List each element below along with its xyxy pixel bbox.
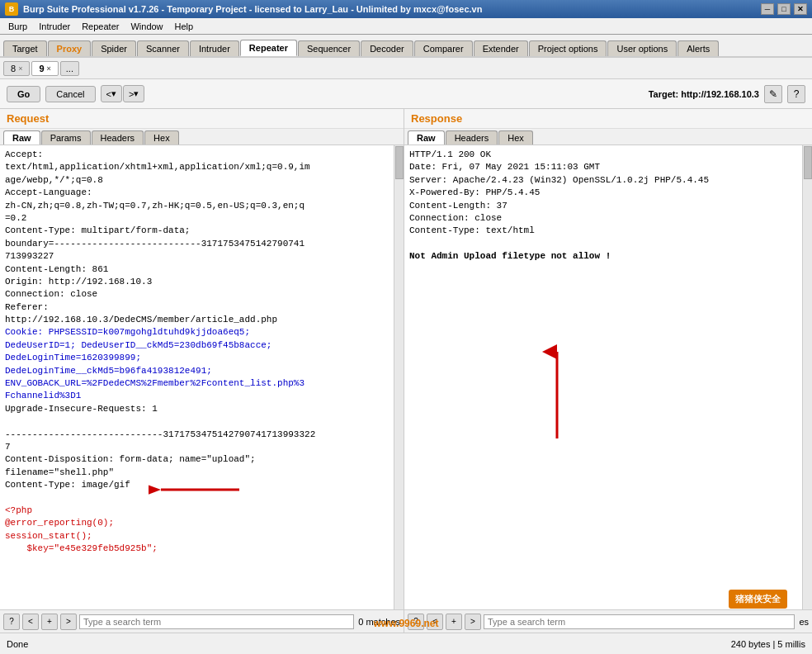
request-prev-btn[interactable]: <: [22, 614, 39, 630]
minimize-button[interactable]: ─: [761, 3, 774, 15]
target-label: Target: http://192.168.10.3: [649, 89, 759, 99]
response-prev-btn[interactable]: <: [427, 614, 443, 630]
request-bottom-bar: ? < + > 0 matches: [0, 609, 404, 633]
request-title: Request: [0, 109, 404, 129]
status-size: 240 bytes | 5 millis: [731, 639, 805, 649]
sub-tab-bar: 8 × 9 × ...: [0, 58, 812, 79]
request-help-btn[interactable]: ?: [3, 614, 20, 630]
menu-burp[interactable]: Burp: [3, 20, 32, 33]
status-bar: Done 240 bytes | 5 millis: [0, 633, 812, 654]
menu-bar: Burp Intruder Repeater Window Help: [0, 18, 812, 35]
close-button[interactable]: ✕: [794, 3, 807, 15]
response-help-btn[interactable]: ?: [408, 614, 424, 630]
tab-spider[interactable]: Spider: [92, 40, 136, 56]
request-content-area: Accept: text/html,application/xhtml+xml,…: [0, 145, 404, 609]
request-tab-hex[interactable]: Hex: [144, 130, 179, 145]
response-content-area: HTTP/1.1 200 OK Date: Fri, 07 May 2021 1…: [404, 145, 812, 609]
request-tab-headers[interactable]: Headers: [92, 130, 144, 145]
back-button[interactable]: < ▾: [101, 85, 122, 102]
tab-extender[interactable]: Extender: [474, 40, 528, 56]
cancel-button[interactable]: Cancel: [45, 86, 95, 102]
request-next-btn[interactable]: >: [60, 614, 77, 630]
main-tab-bar: Target Proxy Spider Scanner Intruder Rep…: [0, 35, 812, 58]
response-pane: Response Raw Headers Hex HTTP/1.1 200 OK…: [404, 109, 812, 633]
tab-target[interactable]: Target: [3, 40, 47, 56]
request-scrollbar[interactable]: [394, 145, 404, 609]
request-add-btn[interactable]: +: [41, 614, 58, 630]
response-bottom-bar: ? < + > es: [404, 609, 812, 633]
menu-intruder[interactable]: Intruder: [34, 20, 75, 33]
app-icon: B: [5, 2, 18, 16]
request-text[interactable]: Accept: text/html,application/xhtml+xml,…: [0, 145, 404, 609]
back-dropdown-icon: ▾: [111, 88, 116, 99]
tab-alerts[interactable]: Alerts: [677, 40, 719, 56]
window-controls: ─ □ ✕: [761, 3, 807, 15]
menu-window[interactable]: Window: [125, 20, 168, 33]
window-title: Burp Suite Professional v1.7.26 - Tempor…: [23, 4, 761, 14]
sub-tab-8-close[interactable]: ×: [18, 64, 22, 73]
response-search-input[interactable]: [484, 614, 795, 629]
forward-dropdown-icon: ▾: [134, 88, 139, 99]
response-tabs: Raw Headers Hex: [404, 129, 812, 145]
response-scrollbar[interactable]: [802, 145, 812, 609]
help-button[interactable]: ?: [787, 85, 805, 103]
edit-target-button[interactable]: ✎: [764, 85, 782, 103]
forward-button[interactable]: > ▾: [123, 85, 144, 102]
title-bar: B Burp Suite Professional v1.7.26 - Temp…: [0, 0, 812, 18]
target-url: http://192.168.10.3: [681, 89, 759, 99]
main-area: Request Raw Params Headers Hex Accept: t…: [0, 109, 812, 654]
maximize-button[interactable]: □: [777, 3, 791, 15]
sub-tab-more[interactable]: ...: [60, 61, 79, 76]
menu-repeater[interactable]: Repeater: [77, 20, 124, 33]
tab-proxy[interactable]: Proxy: [48, 40, 92, 56]
request-pane: Request Raw Params Headers Hex Accept: t…: [0, 109, 404, 633]
response-add-btn[interactable]: +: [446, 614, 462, 630]
response-tab-hex[interactable]: Hex: [498, 130, 533, 145]
response-text[interactable]: HTTP/1.1 200 OK Date: Fri, 07 May 2021 1…: [404, 145, 812, 609]
status-done: Done: [7, 639, 28, 649]
sub-tab-9-close[interactable]: ×: [47, 64, 51, 73]
response-tab-headers[interactable]: Headers: [446, 130, 498, 145]
response-title: Response: [404, 109, 812, 129]
go-button[interactable]: Go: [7, 86, 40, 102]
sub-tab-9[interactable]: 9 ×: [31, 61, 58, 76]
tab-sequencer[interactable]: Sequencer: [298, 40, 360, 56]
request-matches: 0 matches: [358, 617, 400, 627]
tab-repeater[interactable]: Repeater: [240, 40, 297, 56]
request-scrollbar-thumb[interactable]: [395, 146, 404, 179]
response-scrollbar-thumb[interactable]: [804, 146, 812, 179]
tab-decoder[interactable]: Decoder: [361, 40, 413, 56]
menu-help[interactable]: Help: [170, 20, 199, 33]
sub-tab-8-label: 8: [11, 64, 16, 73]
request-tab-raw[interactable]: Raw: [3, 130, 40, 145]
tab-intruder[interactable]: Intruder: [190, 40, 239, 56]
request-tabs: Raw Params Headers Hex: [0, 129, 404, 145]
panes-wrapper: Request Raw Params Headers Hex Accept: t…: [0, 109, 812, 633]
response-next-btn[interactable]: >: [465, 614, 481, 630]
tab-user-options[interactable]: User options: [607, 40, 677, 56]
toolbar: Go Cancel < ▾ > ▾ Target: http://192.168…: [0, 79, 812, 109]
tab-comparer[interactable]: Comparer: [414, 40, 473, 56]
response-matches: es: [799, 617, 809, 627]
tab-scanner[interactable]: Scanner: [137, 40, 189, 56]
sub-tab-9-label: 9: [39, 64, 44, 73]
response-tab-raw[interactable]: Raw: [408, 130, 445, 145]
request-tab-params[interactable]: Params: [41, 130, 91, 145]
tab-project-options[interactable]: Project options: [529, 40, 607, 56]
sub-tab-8[interactable]: 8 ×: [3, 61, 30, 76]
request-search-input[interactable]: [79, 614, 354, 629]
